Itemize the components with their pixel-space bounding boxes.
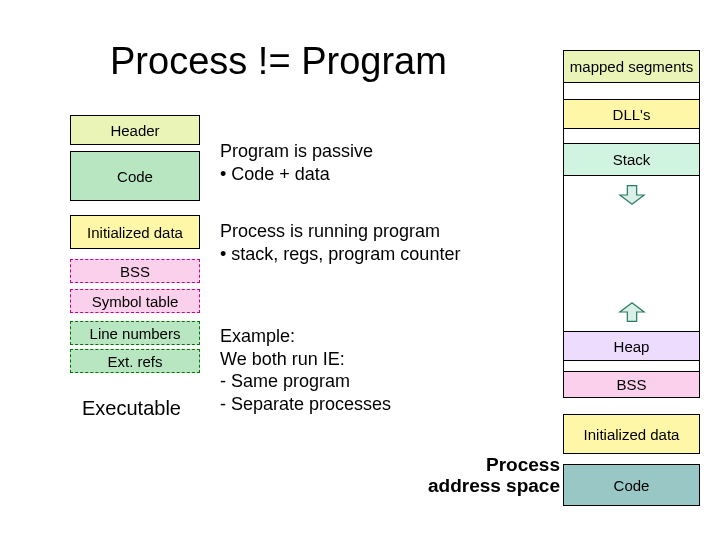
exec-ext-refs: Ext. refs <box>70 349 200 373</box>
arrow-down-icon <box>618 184 646 206</box>
text-line: We both run IE: <box>220 348 391 371</box>
seg-initialized-data: Initialized data <box>563 414 700 454</box>
seg-bss: BSS <box>563 371 700 398</box>
executable-layout: Header Code Initialized data BSS Symbol … <box>70 115 200 373</box>
text-line: • Code + data <box>220 163 373 186</box>
text-example: Example: We both run IE: - Same program … <box>220 325 391 415</box>
seg-heap: Heap <box>563 331 700 361</box>
process-address-space-label: Process address space <box>420 455 560 497</box>
seg-code: Code <box>563 464 700 506</box>
executable-label: Executable <box>82 397 181 420</box>
exec-symbol-table: Symbol table <box>70 289 200 313</box>
text-line: - Separate processes <box>220 393 391 416</box>
exec-initialized-data: Initialized data <box>70 215 200 249</box>
text-line: • stack, regs, program counter <box>220 243 460 266</box>
text-line: Program is passive <box>220 140 373 163</box>
seg-mapped-segments: mapped segments <box>563 50 700 83</box>
page-title: Process != Program <box>110 40 447 83</box>
exec-header: Header <box>70 115 200 145</box>
exec-bss: BSS <box>70 259 200 283</box>
arrow-up-icon <box>618 301 646 323</box>
exec-code: Code <box>70 151 200 201</box>
text-process-running: Process is running program • stack, regs… <box>220 220 460 265</box>
text-program-passive: Program is passive • Code + data <box>220 140 373 185</box>
process-address-space: mapped segments DLL's Stack Heap BSS Ini… <box>563 50 700 506</box>
exec-line-numbers: Line numbers <box>70 321 200 345</box>
text-line: address space <box>428 475 560 496</box>
text-line: Process <box>486 454 560 475</box>
seg-dlls: DLL's <box>563 99 700 129</box>
text-line: Process is running program <box>220 220 460 243</box>
stack-heap-gap <box>563 176 700 331</box>
seg-stack: Stack <box>563 143 700 176</box>
text-line: Example: <box>220 325 391 348</box>
text-line: - Same program <box>220 370 391 393</box>
